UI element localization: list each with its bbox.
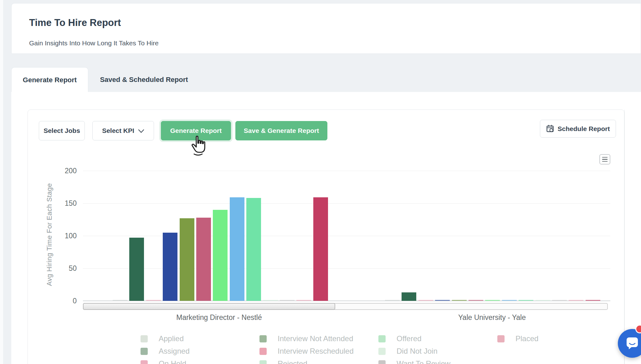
bar-assigned bbox=[402, 292, 416, 301]
legend-item-rejected[interactable]: Rejected bbox=[259, 359, 307, 364]
legend-item-placed[interactable]: Placed bbox=[497, 334, 538, 343]
legend-item-applied[interactable]: Applied bbox=[141, 334, 184, 343]
legend-item-did-not-join[interactable]: Did Not Join bbox=[378, 347, 438, 356]
gridline bbox=[83, 236, 610, 236]
legend-swatch bbox=[378, 335, 386, 342]
bar-applied bbox=[113, 300, 127, 301]
legend-swatch bbox=[259, 360, 267, 364]
legend-swatch bbox=[259, 335, 267, 342]
legend-label: Interview Not Attended bbox=[278, 334, 353, 343]
bar-rejected bbox=[469, 300, 483, 301]
legend-label: Did Not Join bbox=[397, 347, 438, 356]
y-tick-label: 50 bbox=[47, 264, 77, 273]
bar-stage-11 bbox=[569, 300, 583, 301]
y-tick-label: 200 bbox=[47, 166, 77, 175]
bar-stage-11 bbox=[296, 300, 311, 301]
bar-assigned bbox=[129, 238, 144, 301]
legend-label: Interview Rescheduled bbox=[278, 347, 354, 356]
time-to-hire-report-page: Time To Hire Report Gain Insights Into H… bbox=[0, 0, 641, 364]
gridline bbox=[83, 171, 610, 171]
legend-label: Offered bbox=[397, 334, 422, 343]
legend-item-interview-rescheduled[interactable]: Interview Rescheduled bbox=[259, 347, 354, 356]
legend-swatch bbox=[378, 348, 386, 355]
bar-on-hold bbox=[146, 300, 161, 301]
legend-swatch bbox=[497, 335, 505, 342]
legend-item-want-to-review[interactable]: Want To Review bbox=[378, 359, 450, 364]
legend-item-on-hold[interactable]: On Hold bbox=[141, 359, 186, 364]
bar-applied bbox=[385, 300, 400, 301]
legend-swatch bbox=[141, 360, 148, 364]
chat-bubble-icon bbox=[625, 336, 640, 351]
legend-label: Want To Review bbox=[397, 359, 450, 364]
legend-item-interview-not-attended[interactable]: Interview Not Attended bbox=[259, 334, 353, 343]
bar-placed bbox=[313, 197, 328, 301]
bar-interview-rescheduled bbox=[180, 218, 194, 301]
chart-scrollbar-thumb[interactable] bbox=[83, 303, 335, 310]
category-label: Marketing Director - Nestlé bbox=[176, 313, 262, 322]
bar-interview-not-attended bbox=[435, 300, 450, 301]
legend-swatch bbox=[378, 360, 386, 364]
y-tick-label: 100 bbox=[47, 231, 77, 240]
legend-swatch bbox=[259, 348, 267, 355]
legend-label: Applied bbox=[159, 334, 184, 343]
bar-stage-10 bbox=[280, 300, 295, 301]
pointer-hand-cursor-icon bbox=[189, 135, 208, 157]
y-tick-label: 0 bbox=[47, 296, 77, 305]
bar-did-not-join bbox=[502, 300, 517, 301]
bar-stage-9 bbox=[263, 300, 278, 301]
bar-want-to-review bbox=[519, 300, 533, 301]
y-tick-label: 150 bbox=[47, 199, 77, 208]
bar-did-not-join bbox=[230, 197, 244, 301]
gridline bbox=[83, 203, 610, 204]
bar-offered bbox=[485, 300, 500, 301]
bar-interview-not-attended bbox=[163, 233, 177, 301]
bar-placed bbox=[586, 300, 600, 301]
bar-rejected bbox=[196, 218, 211, 301]
legend-label: Assigned bbox=[159, 347, 190, 356]
card-right-border bbox=[624, 110, 625, 364]
bar-want-to-review bbox=[246, 198, 261, 301]
legend-label: Rejected bbox=[278, 359, 307, 364]
bar-stage-9 bbox=[536, 300, 550, 301]
legend-item-assigned[interactable]: Assigned bbox=[141, 347, 190, 356]
legend-item-offered[interactable]: Offered bbox=[378, 334, 422, 343]
category-label: Yale University - Yale bbox=[458, 313, 526, 322]
legend-label: On Hold bbox=[159, 359, 186, 364]
legend-swatch bbox=[141, 335, 148, 342]
gridline bbox=[83, 268, 610, 269]
bar-stage-10 bbox=[552, 300, 567, 301]
legend-swatch bbox=[141, 348, 148, 355]
bar-on-hold bbox=[418, 300, 433, 301]
legend-label: Placed bbox=[515, 334, 538, 343]
bar-interview-rescheduled bbox=[452, 300, 467, 301]
bar-offered bbox=[213, 210, 228, 301]
